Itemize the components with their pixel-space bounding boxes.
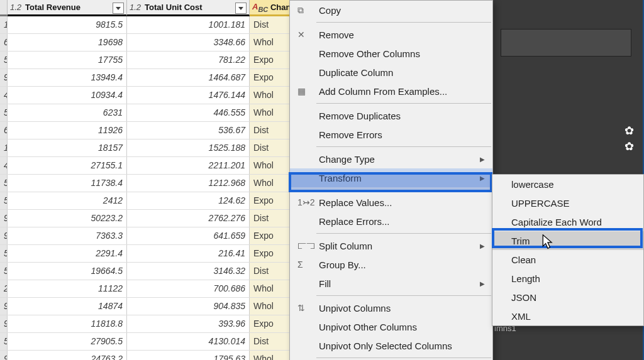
cell-total-revenue[interactable]: 18157	[8, 139, 127, 156]
table-row[interactable]: 913949.41464.687Expo	[0, 69, 290, 87]
cell-total-unit-cost[interactable]: 700.686	[127, 280, 250, 297]
menu-remove-duplicates[interactable]: Remove Duplicates	[290, 106, 492, 125]
cell-channel[interactable]: Whol	[250, 34, 290, 51]
cell-channel[interactable]: Whol	[250, 351, 290, 360]
cell-channel[interactable]: Whol	[250, 87, 290, 104]
menu-replace-values[interactable]: 1↣2Replace Values...	[290, 193, 492, 212]
table-row[interactable]: 211122700.686Whol	[0, 280, 290, 298]
column-header-total-unit-cost[interactable]: 1.2 Total Unit Cost	[127, 0, 250, 16]
cell-total-revenue[interactable]: 19664.5	[8, 263, 127, 280]
menu-remove-errors[interactable]: Remove Errors	[290, 125, 492, 144]
cell-channel[interactable]: Dist	[250, 122, 290, 139]
cell-total-revenue[interactable]: 10934.4	[8, 87, 127, 104]
gear-icon[interactable]: ✿	[625, 124, 634, 138]
menu-transform[interactable]: Transform	[290, 168, 492, 187]
cell-total-unit-cost[interactable]: 904.835	[127, 298, 250, 315]
cell-total-revenue[interactable]: 13949.4	[8, 69, 127, 86]
cell-total-revenue[interactable]: 50223.2	[8, 210, 127, 227]
column-header-total-revenue[interactable]: 1.2 Total Revenue	[8, 0, 127, 16]
cell-total-revenue[interactable]: 11926	[8, 122, 127, 139]
cell-channel[interactable]: Expo	[250, 245, 290, 262]
cell-channel[interactable]: Whol	[250, 175, 290, 192]
cell-total-revenue[interactable]: 27155.1	[8, 157, 127, 174]
menu-remove[interactable]: ✕Remove	[290, 25, 492, 44]
cell-channel[interactable]: Whol	[250, 157, 290, 174]
cell-total-unit-cost[interactable]: 3146.32	[127, 263, 250, 280]
table-row[interactable]: 427155.12211.201Whol	[0, 157, 290, 175]
cell-total-unit-cost[interactable]: 446.555	[127, 104, 250, 121]
gear-icon[interactable]: ✿	[625, 139, 634, 153]
table-row[interactable]: 950223.22762.276Dist	[0, 210, 290, 227]
table-row[interactable]: 410934.41476.144Whol	[0, 87, 290, 104]
cell-total-revenue[interactable]: 7363.3	[8, 227, 127, 244]
menu-duplicate-column[interactable]: Duplicate Column	[290, 63, 492, 82]
menu-fill[interactable]: Fill	[290, 274, 492, 293]
cell-total-unit-cost[interactable]: 216.41	[127, 245, 250, 262]
table-row[interactable]: 924763.21795.63Whol	[0, 351, 290, 360]
cell-total-revenue[interactable]: 2412	[8, 192, 127, 209]
table-row[interactable]: 1181571525.188Dist	[0, 139, 290, 157]
filter-dropdown-icon[interactable]	[235, 3, 247, 14]
table-row[interactable]: 6196983348.66Whol	[0, 34, 290, 52]
table-row[interactable]: 517755781.22Expo	[0, 52, 290, 69]
table-row[interactable]: 52291.4216.41Expo	[0, 245, 290, 263]
cell-total-unit-cost[interactable]: 2762.276	[127, 210, 250, 227]
cell-channel[interactable]: Expo	[250, 315, 290, 332]
table-row[interactable]: 527905.54130.014Dist	[0, 333, 290, 351]
cell-total-unit-cost[interactable]: 536.67	[127, 122, 250, 139]
cell-channel[interactable]: Dist	[250, 139, 290, 156]
cell-total-revenue[interactable]: 17755	[8, 52, 127, 68]
cell-channel[interactable]: Expo	[250, 192, 290, 209]
menu-copy[interactable]: ⧉Copy	[290, 1, 492, 19]
column-header-channel[interactable]: ABC Chan	[250, 0, 290, 16]
cell-total-unit-cost[interactable]: 3348.66	[127, 34, 250, 51]
cell-total-revenue[interactable]: 9815.5	[8, 16, 127, 33]
cell-total-unit-cost[interactable]: 2211.201	[127, 157, 250, 174]
cell-total-unit-cost[interactable]: 641.659	[127, 227, 250, 244]
submenu-lowercase[interactable]: lowercase	[492, 175, 643, 194]
cell-channel[interactable]: Dist	[250, 333, 290, 350]
menu-remove-other-columns[interactable]: Remove Other Columns	[290, 44, 492, 63]
filter-dropdown-icon[interactable]	[113, 3, 124, 14]
cell-channel[interactable]: Expo	[250, 227, 290, 244]
cell-total-revenue[interactable]: 27905.5	[8, 333, 127, 350]
menu-change-type[interactable]: Change Type	[290, 150, 492, 168]
cell-channel[interactable]: Whol	[250, 104, 290, 121]
cell-channel[interactable]: Expo	[250, 52, 290, 68]
menu-add-column-from-examples[interactable]: ▦Add Column From Examples...	[290, 82, 492, 101]
table-row[interactable]: 52412124.62Expo	[0, 192, 290, 210]
cell-total-unit-cost[interactable]: 1464.687	[127, 69, 250, 86]
submenu-xml[interactable]: XML	[492, 307, 643, 325]
cell-channel[interactable]: Whol	[250, 298, 290, 315]
table-row[interactable]: 911818.8393.96Expo	[0, 315, 290, 333]
table-row[interactable]: 519664.53146.32Dist	[0, 263, 290, 280]
cell-total-revenue[interactable]: 2291.4	[8, 245, 127, 262]
menu-group-by[interactable]: ΣGroup By...	[290, 255, 492, 274]
submenu-json[interactable]: JSON	[492, 288, 643, 307]
table-row[interactable]: 97363.3641.659Expo	[0, 227, 290, 245]
grid-body[interactable]: 19815.51001.181Dist6196983348.66Whol5177…	[0, 16, 290, 360]
menu-unpivot-only-selected[interactable]: Unpivot Only Selected Columns	[290, 336, 492, 355]
submenu-length[interactable]: Length	[492, 269, 643, 288]
cell-total-unit-cost[interactable]: 1795.63	[127, 351, 250, 360]
table-row[interactable]: 19815.51001.181Dist	[0, 16, 290, 34]
cell-total-unit-cost[interactable]: 124.62	[127, 192, 250, 209]
cell-total-unit-cost[interactable]: 781.22	[127, 52, 250, 68]
cell-channel[interactable]: Whol	[250, 280, 290, 297]
submenu-capitalize-each-word[interactable]: Capitalize Each Word	[492, 212, 643, 231]
cell-total-revenue[interactable]: 11122	[8, 280, 127, 297]
cell-total-revenue[interactable]: 11818.8	[8, 315, 127, 332]
menu-unpivot-columns[interactable]: ⇅Unpivot Columns	[290, 298, 492, 317]
table-row[interactable]: 914874904.835Whol	[0, 298, 290, 315]
cell-total-revenue[interactable]: 11738.4	[8, 175, 127, 192]
cell-total-unit-cost[interactable]: 4130.014	[127, 333, 250, 350]
cell-total-unit-cost[interactable]: 1525.188	[127, 139, 250, 156]
table-row[interactable]: 511738.41212.968Whol	[0, 175, 290, 192]
cell-total-unit-cost[interactable]: 1001.181	[127, 16, 250, 33]
cell-total-unit-cost[interactable]: 1476.144	[127, 87, 250, 104]
menu-unpivot-other-columns[interactable]: Unpivot Other Columns	[290, 317, 492, 336]
cell-total-revenue[interactable]: 6231	[8, 104, 127, 121]
cell-total-revenue[interactable]: 14874	[8, 298, 127, 315]
cell-total-revenue[interactable]: 24763.2	[8, 351, 127, 360]
cell-total-revenue[interactable]: 19698	[8, 34, 127, 51]
